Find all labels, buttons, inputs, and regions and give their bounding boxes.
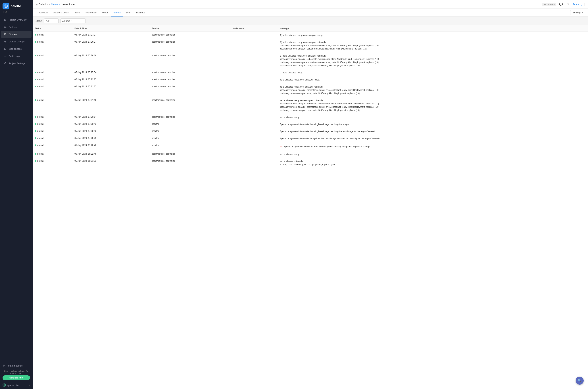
date-cell: 05 July 2024, 17:20:43 [72,128,150,135]
time-filter-dropdown[interactable]: All time ▾ [60,19,86,23]
chat-icon[interactable]: 💬 [559,2,563,7]
sidebar-item-tenant-settings[interactable]: ⚙ Tenant Settings [2,363,30,368]
message-cell: hello-universe ready. [278,151,588,158]
status-text: normal [37,99,44,101]
search-fab-button[interactable]: 🔍 [576,377,584,385]
service-cell[interactable]: spectrocluster-controller [150,52,231,69]
status-cell: normal [33,52,72,69]
profiles-icon: ◎ [4,25,7,29]
status-text: normal [37,85,44,88]
tab-nodes[interactable]: Nodes [99,9,111,16]
filter-bar: Status All ▾ All time ▾ [33,17,588,25]
upgrade-button[interactable]: Upgrade now [2,375,30,380]
sidebar-item-clusters[interactable]: ⊟ Clusters [1,31,31,38]
sidebar-item-label: Project Settings [9,62,25,65]
settings-button[interactable]: Settings ▾ [570,10,585,15]
tab-scan[interactable]: Scan [123,9,134,16]
sidebar-item-profiles[interactable]: ◎ Profiles [1,24,31,31]
col-date-time: Date & Time [72,25,150,32]
project-settings-icon: ⚙ [4,62,7,65]
tab-workloads[interactable]: Workloads [83,9,99,16]
service-cell[interactable]: spectrocluster-controller [150,158,231,168]
service-cell[interactable]: spectrocluster-controller [150,39,231,52]
sidebar-item-project-settings[interactable]: ⚙ Project Settings [1,60,31,67]
settings-chevron-icon: ▾ [582,12,583,14]
service-cell[interactable]: spectrocluster-controller [150,151,231,158]
breadcrumb: ⊟ Default ▾ / Clusters / aws-cluster [35,3,541,6]
node-cell: - [231,97,278,114]
message-cell: [3] hello-universe ready. cost-analyzer … [278,39,588,52]
status-dot [35,160,36,162]
help-icon[interactable]: ? [566,2,571,7]
status-cell: normal [33,83,72,97]
status-dropdown-arrow-icon: ▾ [49,20,50,22]
service-cell[interactable]: spectrocluster-controller [150,32,231,39]
node-cell: - [231,151,278,158]
cluster-groups-icon: ⊕ [4,40,7,43]
status-cell: normal [33,135,72,142]
table-row: normal05 July 2024, 15:21:33spectroclust… [33,158,588,168]
status-text: normal [37,160,44,162]
status-cell: normal [33,97,72,114]
status-dot [35,144,36,146]
table-row: normal05 July 2024, 17:21:16spectroclust… [33,97,588,114]
tabs-right: Settings ▾ [570,10,585,15]
service-cell[interactable]: spectro [150,128,231,135]
date-cell: 05 July 2024, 15:22:45 [72,151,150,158]
sidebar-item-workspaces[interactable]: ⊡ Workspaces [1,45,31,52]
status-dot [35,153,36,155]
tab-profile[interactable]: Profile [71,9,83,16]
table-row: normal05 July 2024, 17:22:27spectroclust… [33,76,588,83]
status-text: normal [37,33,44,36]
status-filter-dropdown[interactable]: All ▾ [44,19,59,23]
message-cell: [2] hello-universe ready. cost-analyzer … [278,52,588,69]
upgrade-text: Start small and only pay for what you us… [2,370,30,374]
message-cell: hello-universe ready. [278,114,588,121]
collapse-icon[interactable]: ‹ [29,384,30,387]
message-cell: Spectro image resolution state 'Locating… [278,128,588,135]
message-cell: →Spectro image resolution state 'Reconci… [278,142,588,151]
tenant-settings-label: Tenant Settings [6,364,23,367]
tab-usage-costs[interactable]: Usage & Costs [50,9,71,16]
service-cell[interactable]: spectro [150,121,231,128]
docs-link[interactable]: Docs [573,3,579,6]
sidebar-item-cluster-groups[interactable]: ⊕ Cluster Groups [1,38,31,45]
service-cell[interactable]: spectrocluster-controller [150,97,231,114]
status-cell: normal [33,142,72,151]
tabs-bar: Overview Usage & Costs Profile Workloads… [33,9,588,17]
status-dot [35,34,36,35]
tab-backups[interactable]: Backups [134,9,148,16]
service-cell[interactable]: spectrocluster-controller [150,114,231,121]
status-dot [35,79,36,80]
tab-overview[interactable]: Overview [35,9,50,16]
service-cell[interactable]: spectro [150,142,231,151]
events-table-body: normal05 July 2024, 17:27:27spectroclust… [33,32,588,168]
events-table: Status Date & Time Service Node name Mes… [33,25,588,168]
table-row: normal05 July 2024, 17:27:27spectroclust… [33,32,588,39]
tab-events[interactable]: Events [111,9,123,16]
search-fab-icon: 🔍 [578,379,582,383]
status-text: normal [37,144,44,146]
status-dot [35,41,36,43]
sidebar-item-audit-logs[interactable]: ☰ Audit Logs [1,53,31,60]
status-cell: normal [33,69,72,76]
service-cell[interactable]: spectrocluster-controller [150,76,231,83]
workspace-dropdown[interactable]: Default [39,3,46,6]
clusters-breadcrumb-link[interactable]: Clusters [51,3,60,6]
signal-bars-icon [581,3,585,6]
service-cell[interactable]: spectro [150,135,231,142]
version-label: 4.4.4 [0,11,33,16]
sidebar-item-project-overview[interactable]: ⊞ Project Overview [1,16,31,23]
date-cell: 05 July 2024, 17:21:27 [72,83,150,97]
col-service: Service [150,25,231,32]
node-cell: - [231,158,278,168]
date-cell: 05 July 2024, 17:20:54 [72,114,150,121]
node-cell: - [231,76,278,83]
node-cell: - [231,135,278,142]
service-cell[interactable]: spectrocluster-controller [150,69,231,76]
service-cell[interactable]: spectrocluster-controller [150,83,231,97]
current-cluster-label: aws-cluster [62,3,76,6]
svg-marker-1 [5,5,7,7]
status-cell: normal [33,151,72,158]
node-cell: - [231,69,278,76]
